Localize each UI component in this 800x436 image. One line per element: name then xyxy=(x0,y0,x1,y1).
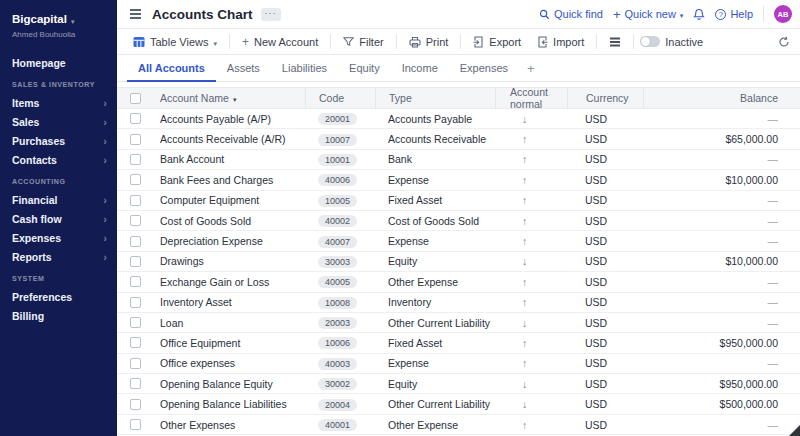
column-header-balance[interactable]: Balance xyxy=(643,88,800,108)
tab[interactable]: Liabilities xyxy=(271,55,338,82)
import-button[interactable]: Import xyxy=(531,32,590,52)
sidebar-item[interactable]: Expenses xyxy=(0,228,117,247)
balance-cell: $10,000.00 xyxy=(643,255,800,267)
table-views-button[interactable]: Table Views xyxy=(127,32,223,52)
table-row[interactable]: Bank Account 10001 Bank ↑ USD — xyxy=(117,150,800,170)
sidebar-item[interactable]: Reports xyxy=(0,247,117,266)
balance-cell: — xyxy=(643,215,800,227)
table-row[interactable]: Accounts Payable (A/P) 20001 Accounts Pa… xyxy=(117,109,800,129)
row-checkbox[interactable] xyxy=(130,358,141,369)
table-row[interactable]: Bank Fees and Charges 40006 Expense ↑ US… xyxy=(117,170,800,190)
tab[interactable]: All Accounts xyxy=(127,55,216,82)
new-account-button[interactable]: + New Account xyxy=(236,32,324,52)
add-tab-button[interactable]: + xyxy=(519,55,543,81)
hamburger-icon[interactable] xyxy=(127,6,144,21)
row-checkbox[interactable] xyxy=(130,419,141,430)
table-row[interactable]: Accounts Receivable (A/R) 10007 Accounts… xyxy=(117,129,800,149)
row-checkbox[interactable] xyxy=(130,236,141,247)
table-row[interactable]: Office expenses 40003 Expense ↑ USD — xyxy=(117,354,800,374)
sidebar-item[interactable]: Billing xyxy=(0,306,117,325)
row-checkbox[interactable] xyxy=(130,399,141,410)
sidebar-item-label: ACCOUNTING xyxy=(12,178,65,185)
table-row[interactable]: Computer Equipment 10005 Fixed Asset ↑ U… xyxy=(117,191,800,211)
chevron-right-icon xyxy=(103,116,107,128)
table-row[interactable]: Exchange Gain or Loss 40005 Other Expens… xyxy=(117,272,800,292)
table-row[interactable]: Loan 20003 Other Current Liability ↓ USD… xyxy=(117,313,800,333)
row-density-button[interactable] xyxy=(603,32,627,52)
sidebar-item[interactable]: Sales xyxy=(0,112,117,131)
column-header-code[interactable]: Code xyxy=(305,88,375,108)
export-button[interactable]: Export xyxy=(467,32,527,52)
balance-cell: — xyxy=(643,113,800,125)
table-row[interactable]: Inventory Asset 10008 Inventory ↑ USD — xyxy=(117,293,800,313)
table-row[interactable]: Office Equipment 10006 Fixed Asset ↑ USD… xyxy=(117,333,800,353)
chevron-right-icon xyxy=(103,194,107,206)
balance-cell: $950,000.00 xyxy=(643,337,800,349)
tab-label: Liabilities xyxy=(282,62,327,74)
row-checkbox[interactable] xyxy=(130,317,141,328)
sidebar-item-label: SYSTEM xyxy=(12,275,44,282)
column-header-normal[interactable]: Account normal xyxy=(495,88,567,108)
quick-find-button[interactable]: Quick find xyxy=(539,8,603,20)
sidebar-item[interactable]: Preferences xyxy=(0,287,117,306)
row-checkbox[interactable] xyxy=(130,378,141,389)
column-label: Account Name xyxy=(160,92,229,104)
row-checkbox[interactable] xyxy=(130,195,141,206)
account-code-badge: 20001 xyxy=(318,113,357,125)
chevron-right-icon xyxy=(103,251,107,263)
print-button[interactable]: Print xyxy=(403,32,455,52)
column-header-name[interactable]: Account Name xyxy=(152,92,305,104)
row-checkbox[interactable] xyxy=(130,276,141,287)
help-button[interactable]: ? Help xyxy=(715,8,753,20)
column-header-type[interactable]: Type xyxy=(375,88,495,108)
sidebar-item[interactable]: Homepage xyxy=(0,53,117,72)
currency-cell: USD xyxy=(567,215,643,227)
tab[interactable]: Expenses xyxy=(449,55,519,82)
row-checkbox[interactable] xyxy=(130,337,141,348)
sidebar-item[interactable]: Purchases xyxy=(0,131,117,150)
more-button[interactable]: ··· xyxy=(261,8,281,21)
table-row[interactable]: Opening Balance Equity 30002 Equity ↓ US… xyxy=(117,374,800,394)
account-type-cell: Inventory xyxy=(375,296,495,308)
accounts-table: Account Name Code Type Account normal Cu… xyxy=(117,87,800,436)
sidebar-item[interactable]: Cash flow xyxy=(0,209,117,228)
sidebar-item[interactable]: Items xyxy=(0,93,117,112)
tab[interactable]: Equity xyxy=(338,55,391,82)
row-checkbox[interactable] xyxy=(130,174,141,185)
column-header-currency[interactable]: Currency xyxy=(567,88,643,108)
tab[interactable]: Assets xyxy=(216,55,271,82)
inactive-toggle[interactable] xyxy=(640,36,660,47)
row-checkbox[interactable] xyxy=(130,113,141,124)
bell-icon[interactable] xyxy=(693,8,705,21)
avatar[interactable]: AB xyxy=(774,5,792,23)
sidebar-item[interactable]: Contacts xyxy=(0,150,117,169)
brand-name: Bigcapital xyxy=(12,13,67,25)
divider xyxy=(596,34,597,49)
table-row[interactable]: Cost of Goods Sold 40002 Cost of Goods S… xyxy=(117,211,800,231)
topbar-actions: Quick find + Quick new ? Help AB xyxy=(539,5,792,23)
filter-button[interactable]: Filter xyxy=(337,32,389,52)
select-all-checkbox[interactable] xyxy=(130,93,141,104)
table-row[interactable]: Other Expenses 40001 Other Expense ↑ USD… xyxy=(117,415,800,435)
brand-menu[interactable]: Bigcapital xyxy=(0,0,117,28)
divider xyxy=(330,34,331,49)
row-checkbox[interactable] xyxy=(130,215,141,226)
refresh-button[interactable] xyxy=(778,36,790,48)
tab[interactable]: Income xyxy=(391,55,449,82)
toggle-knob xyxy=(641,37,650,46)
table-row[interactable]: Depreciation Expense 40007 Expense ↑ USD… xyxy=(117,231,800,251)
account-normal-arrow-icon: ↓ xyxy=(522,113,527,125)
table-row[interactable]: Opening Balance Liabilities 20004 Other … xyxy=(117,394,800,414)
row-checkbox[interactable] xyxy=(130,297,141,308)
table-row[interactable]: Drawings 30003 Equity ↓ USD $10,000.00 xyxy=(117,252,800,272)
row-checkbox[interactable] xyxy=(130,154,141,165)
row-checkbox[interactable] xyxy=(130,256,141,267)
account-code-badge: 40002 xyxy=(318,215,357,227)
row-checkbox[interactable] xyxy=(130,134,141,145)
account-normal-arrow-icon: ↓ xyxy=(522,255,527,267)
sidebar-item[interactable]: Financial xyxy=(0,190,117,209)
export-icon xyxy=(473,36,484,48)
currency-cell: USD xyxy=(567,153,643,165)
account-type-cell: Equity xyxy=(375,255,495,267)
quick-new-button[interactable]: + Quick new xyxy=(613,8,683,21)
